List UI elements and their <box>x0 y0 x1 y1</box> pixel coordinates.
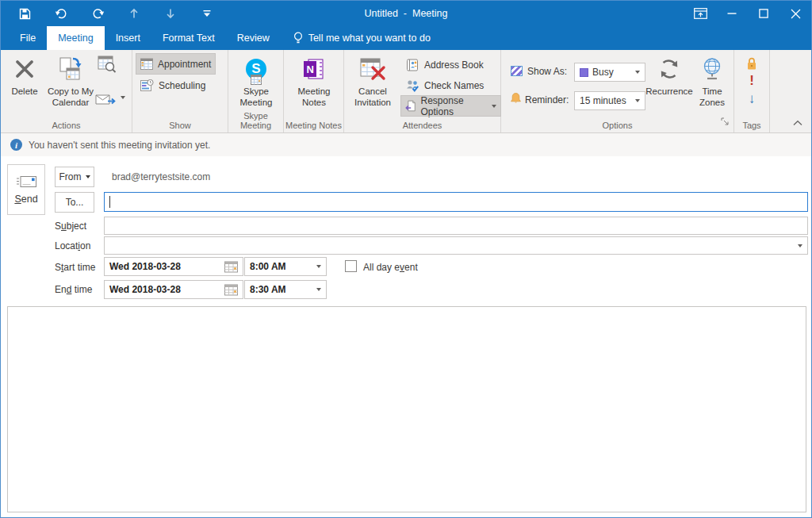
group-label-actions: Actions <box>1 121 132 130</box>
appointment-label: Appointment <box>158 59 211 70</box>
reminder-label: Reminder: <box>525 94 569 106</box>
group-meeting-notes: N Meeting Notes Meeting Notes <box>284 50 344 132</box>
busy-swatch-icon <box>580 68 588 77</box>
maximize-button[interactable] <box>748 1 779 26</box>
window-controls <box>684 1 811 26</box>
private-button[interactable] <box>734 56 769 71</box>
response-options-icon <box>405 99 416 113</box>
tab-review[interactable]: Review <box>226 26 281 50</box>
end-date-picker-icon <box>224 284 238 296</box>
show-as-dropdown[interactable]: Busy <box>574 63 645 82</box>
check-names-icon <box>405 79 419 92</box>
start-time-dropdown[interactable]: 8:00 AM <box>244 257 327 276</box>
tab-insert[interactable]: Insert <box>105 26 151 50</box>
tab-meeting[interactable]: Meeting <box>47 26 104 50</box>
calendar-view-button[interactable] <box>98 55 117 77</box>
to-button[interactable]: To... <box>55 192 94 213</box>
send-label: Send <box>14 194 37 205</box>
customize-quick-access-button[interactable] <box>194 1 220 26</box>
appointment-button[interactable]: Appointment <box>136 54 215 74</box>
group-label-options: Options <box>501 121 733 130</box>
info-icon <box>10 139 22 151</box>
undo-button[interactable] <box>48 1 74 26</box>
start-time-label: Start time <box>55 262 95 273</box>
private-lock-icon <box>745 56 758 71</box>
ribbon: Delete Copy to My Calendar <box>1 50 811 133</box>
to-input[interactable] <box>104 192 808 212</box>
high-importance-button[interactable]: ! <box>734 73 769 89</box>
message-body-editor[interactable] <box>7 306 806 512</box>
from-button[interactable]: From <box>55 167 94 187</box>
meeting-notes-label-line1: Meeting <box>298 86 331 98</box>
tab-format-text[interactable]: Format Text <box>151 26 226 50</box>
tab-file[interactable]: File <box>9 26 47 50</box>
redo-button[interactable] <box>85 1 110 26</box>
previous-item-button[interactable] <box>121 1 147 26</box>
group-attendees: Cancel Invitation Address Book <box>344 50 501 132</box>
start-date-input[interactable]: Wed 2018-03-28 <box>104 257 243 276</box>
meeting-notes-button[interactable]: N Meeting Notes <box>287 52 341 108</box>
start-date-value: Wed 2018-03-28 <box>109 261 181 272</box>
reminder-dropdown[interactable]: 15 minutes <box>574 91 645 110</box>
qat-customize-icon <box>203 10 211 17</box>
maximize-icon <box>759 9 768 18</box>
reminder-value: 15 minutes <box>580 95 626 106</box>
skype-calendar-badge-icon <box>251 75 262 85</box>
copy-to-my-calendar-button[interactable]: Copy to My Calendar <box>45 52 96 108</box>
next-item-button[interactable] <box>158 1 183 26</box>
low-importance-button[interactable]: ↓ <box>734 91 769 107</box>
response-options-label: Response Options <box>421 95 487 117</box>
response-options-button[interactable]: Response Options <box>401 96 500 116</box>
skype-meeting-button[interactable]: S Skype Meeting <box>231 52 282 108</box>
address-book-button[interactable]: Address Book <box>401 55 488 75</box>
from-button-label: From <box>59 171 82 182</box>
location-caret-icon <box>798 244 802 247</box>
calendar-search-icon <box>98 55 117 74</box>
collapse-ribbon-icon <box>792 120 803 126</box>
minimize-button[interactable] <box>716 1 748 26</box>
recurrence-label: Recurrence <box>645 86 692 98</box>
ribbon-tab-row: File Meeting Insert Format Text Review T… <box>1 26 811 50</box>
location-input[interactable] <box>104 236 808 255</box>
appointment-icon <box>140 58 153 70</box>
cancel-invitation-label-line2: Invitation <box>354 98 391 109</box>
ribbon-display-options-button[interactable] <box>684 1 716 26</box>
undo-icon <box>55 8 68 19</box>
skype-label-line1: Skype <box>240 86 273 98</box>
send-button[interactable]: Send <box>7 164 45 215</box>
recurrence-button[interactable]: Recurrence <box>646 52 692 98</box>
end-time-dropdown[interactable]: 8:30 AM <box>244 280 327 299</box>
quick-access-toolbar <box>12 1 220 26</box>
move-down-icon <box>165 8 176 19</box>
delete-button[interactable]: Delete <box>4 52 45 98</box>
end-date-input[interactable]: Wed 2018-03-28 <box>104 280 243 299</box>
copy-label-line1: Copy to My <box>48 86 94 98</box>
subject-label: Subject <box>55 221 86 232</box>
group-skype-meeting: S Skype Meeting Skype Meeting <box>228 50 284 132</box>
tell-me-label: Tell me what you want to do <box>308 33 431 44</box>
subject-input[interactable] <box>104 217 808 235</box>
collapse-ribbon-button[interactable] <box>787 117 808 129</box>
show-as-icon <box>511 66 523 76</box>
time-zones-button[interactable]: Time Zones <box>692 52 732 108</box>
close-button[interactable] <box>779 1 811 26</box>
tell-me-box[interactable]: Tell me what you want to do <box>284 26 440 50</box>
all-day-checkbox[interactable] <box>345 260 357 272</box>
cancel-calendar-icon <box>359 56 386 82</box>
save-button[interactable] <box>12 1 37 26</box>
show-as-caret-icon <box>635 71 640 74</box>
info-message: You haven't sent this meeting invitation… <box>29 140 210 151</box>
end-time-caret-icon <box>316 288 321 291</box>
show-as-label: Show As: <box>527 66 567 77</box>
delete-x-icon <box>13 57 36 81</box>
forward-button[interactable] <box>94 90 125 106</box>
from-caret-icon <box>86 175 90 178</box>
forward-dropdown-caret-icon <box>121 96 125 99</box>
time-zones-label-line2: Zones <box>699 98 725 109</box>
cancel-invitation-button[interactable]: Cancel Invitation <box>347 52 399 108</box>
reminder-bell-icon <box>510 92 522 108</box>
check-names-button[interactable]: Check Names <box>401 75 488 95</box>
scheduling-button[interactable]: Scheduling <box>136 75 209 95</box>
title-bar: Untitled - Meeting <box>1 1 811 26</box>
end-time-label: End time <box>55 284 92 295</box>
